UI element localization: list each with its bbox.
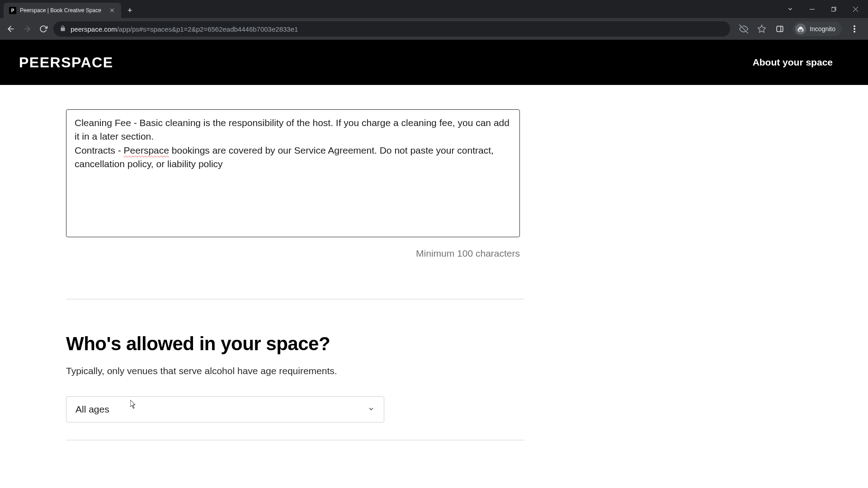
select-value: All ages <box>75 404 109 415</box>
svg-point-10 <box>854 25 855 27</box>
section-divider <box>66 299 524 300</box>
reload-button[interactable] <box>37 23 50 35</box>
brand-logo[interactable]: PEERSPACE <box>19 54 113 71</box>
chevron-down-icon <box>368 405 375 414</box>
close-icon[interactable]: ✕ <box>108 7 116 14</box>
tab-search-icon[interactable] <box>780 2 800 16</box>
new-tab-button[interactable]: + <box>127 6 132 15</box>
browser-tab[interactable]: P Peerspace | Book Creative Space ✕ <box>4 3 121 18</box>
side-panel-icon[interactable] <box>774 23 785 34</box>
kebab-menu-icon[interactable] <box>849 23 860 34</box>
forward-button[interactable] <box>21 23 33 35</box>
incognito-label: Incognito <box>810 25 835 33</box>
svg-point-12 <box>854 31 855 33</box>
svg-point-11 <box>854 28 855 30</box>
svg-rect-8 <box>777 26 783 32</box>
tab-title: Peerspace | Book Creative Space <box>20 7 105 14</box>
close-window-button[interactable] <box>845 2 865 16</box>
back-button[interactable] <box>5 23 17 35</box>
helper-text: Minimum 100 characters <box>66 248 520 259</box>
address-input[interactable]: peerspace.com/app/ps#s=spaces&p1=2&p2=65… <box>53 21 730 37</box>
url-text: peerspace.com/app/ps#s=spaces&p1=2&p2=65… <box>71 25 298 33</box>
section-subtitle: Typically, only venues that serve alcoho… <box>66 366 523 376</box>
about-your-space-link[interactable]: About your space <box>753 57 833 68</box>
favicon-letter: P <box>11 8 14 13</box>
page-scroll-area[interactable]: PEERSPACE About your space Cleaning Fee … <box>0 40 868 488</box>
tab-favicon: P <box>9 7 16 14</box>
bookmark-star-icon[interactable] <box>756 23 767 34</box>
age-select[interactable]: All ages <box>66 396 384 422</box>
section-title: Who's allowed in your space? <box>66 333 523 355</box>
svg-marker-7 <box>758 25 766 33</box>
site-header: PEERSPACE About your space <box>0 40 868 85</box>
tab-bar: P Peerspace | Book Creative Space ✕ + <box>0 0 868 18</box>
rules-textarea[interactable]: Cleaning Fee - Basic cleaning is the res… <box>66 109 520 237</box>
incognito-icon <box>795 23 806 34</box>
maximize-button[interactable] <box>824 2 844 16</box>
incognito-indicator[interactable]: Incognito <box>793 22 842 36</box>
address-bar: peerspace.com/app/ps#s=spaces&p1=2&p2=65… <box>0 18 868 40</box>
window-controls <box>780 2 868 16</box>
minimize-button[interactable] <box>802 2 822 16</box>
eye-off-icon[interactable] <box>738 23 749 34</box>
lock-icon <box>60 25 66 33</box>
svg-rect-1 <box>831 8 835 11</box>
